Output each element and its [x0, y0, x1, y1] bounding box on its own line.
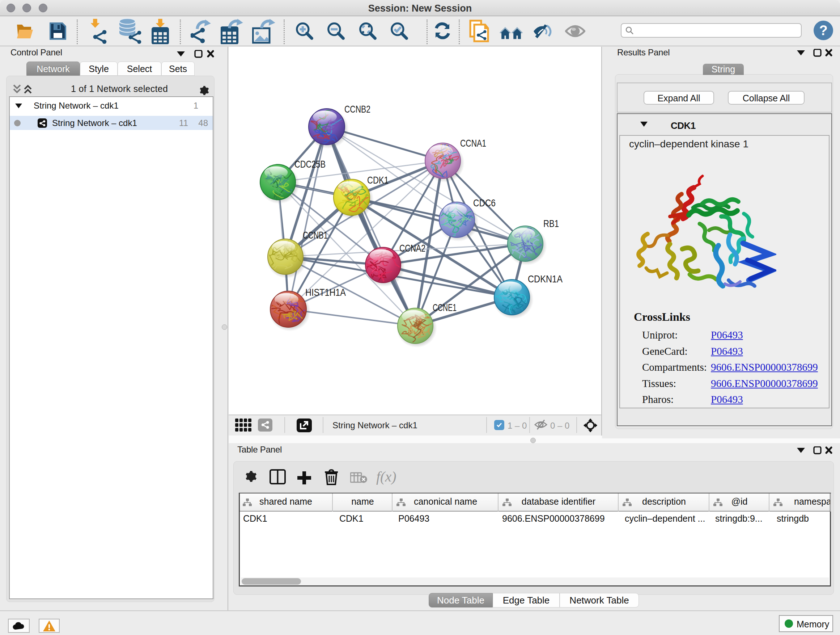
svg-text:CDKN1A: CDKN1A	[528, 273, 562, 285]
svg-text:CCNA2: CCNA2	[399, 242, 425, 254]
svg-text:CDC6: CDC6	[473, 197, 496, 209]
svg-text:CCNB2: CCNB2	[344, 103, 370, 115]
svg-text:CCNA1: CCNA1	[460, 138, 486, 149]
svg-text:CDK1: CDK1	[367, 174, 388, 186]
svg-text:CCNB1: CCNB1	[303, 230, 328, 241]
svg-text:CCNE1: CCNE1	[433, 302, 456, 313]
svg-text:RB1: RB1	[543, 218, 559, 229]
svg-text:CDC25B: CDC25B	[294, 158, 325, 170]
svg-text:HIST1H1A: HIST1H1A	[305, 287, 346, 298]
